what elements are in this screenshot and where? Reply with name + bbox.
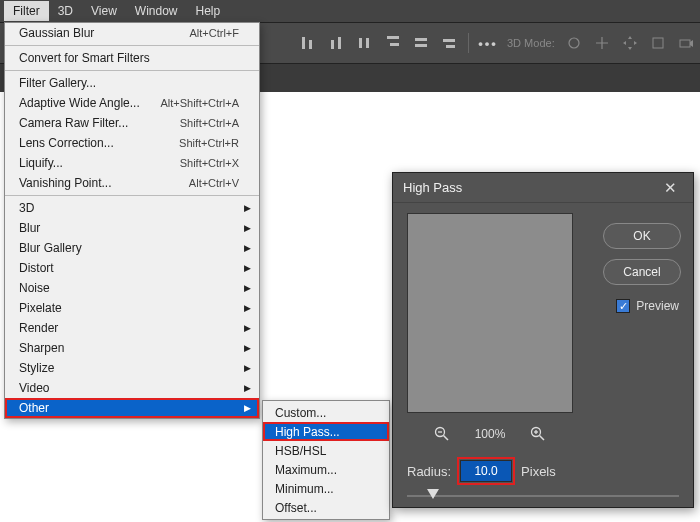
menu-item-stylize[interactable]: Stylize▶	[5, 358, 259, 378]
align-icon-3[interactable]	[356, 34, 374, 52]
menu-item-gaussian-blur[interactable]: Gaussian Blur Alt+Ctrl+F	[5, 23, 259, 43]
radius-slider[interactable]	[407, 489, 679, 503]
menu-item-blur[interactable]: Blur▶	[5, 218, 259, 238]
svg-rect-10	[443, 39, 455, 42]
svg-line-17	[443, 436, 448, 441]
svg-point-12	[569, 38, 579, 48]
svg-rect-9	[415, 44, 427, 47]
svg-rect-6	[387, 36, 399, 39]
radius-input[interactable]	[460, 460, 512, 482]
submenu-item-custom[interactable]: Custom...	[263, 403, 389, 422]
submenu-item-high-pass[interactable]: High Pass...	[263, 422, 389, 441]
move-icon[interactable]	[621, 34, 639, 52]
svg-rect-2	[331, 40, 334, 49]
menu-item-filter-gallery[interactable]: Filter Gallery...	[5, 73, 259, 93]
menu-item-render[interactable]: Render▶	[5, 318, 259, 338]
chevron-right-icon: ▶	[244, 303, 251, 313]
svg-rect-14	[680, 40, 690, 47]
svg-rect-1	[309, 40, 312, 49]
chevron-right-icon: ▶	[244, 403, 251, 413]
submenu-item-minimum[interactable]: Minimum...	[263, 479, 389, 498]
dialog-title: High Pass	[403, 180, 657, 195]
chevron-right-icon: ▶	[244, 363, 251, 373]
menu-3d[interactable]: 3D	[49, 1, 82, 21]
chevron-right-icon: ▶	[244, 223, 251, 233]
menu-item-blur-gallery[interactable]: Blur Gallery▶	[5, 238, 259, 258]
preview-checkbox[interactable]: ✓	[616, 299, 630, 313]
align-icon-5[interactable]	[412, 34, 430, 52]
svg-rect-0	[302, 37, 305, 49]
chevron-right-icon: ▶	[244, 343, 251, 353]
menu-filter[interactable]: Filter	[4, 1, 49, 21]
high-pass-dialog: High Pass ✕ OK Cancel ✓ Preview 100% Rad…	[392, 172, 694, 508]
submenu-item-hsb-hsl[interactable]: HSB/HSL	[263, 441, 389, 460]
camera-icon[interactable]	[677, 34, 695, 52]
submenu-item-offset[interactable]: Offset...	[263, 498, 389, 517]
chevron-right-icon: ▶	[244, 383, 251, 393]
orbit-icon[interactable]	[565, 34, 583, 52]
menu-item-vanishing-point[interactable]: Vanishing Point...Alt+Ctrl+V	[5, 173, 259, 193]
menu-item-liquify[interactable]: Liquify...Shift+Ctrl+X	[5, 153, 259, 173]
menu-item-adaptive-wide-angle[interactable]: Adaptive Wide Angle...Alt+Shift+Ctrl+A	[5, 93, 259, 113]
svg-rect-13	[653, 38, 663, 48]
menu-item-camera-raw[interactable]: Camera Raw Filter...Shift+Ctrl+A	[5, 113, 259, 133]
preview-area[interactable]	[407, 213, 573, 413]
svg-rect-7	[390, 43, 399, 46]
scale-icon[interactable]	[649, 34, 667, 52]
cancel-button[interactable]: Cancel	[603, 259, 681, 285]
chevron-right-icon: ▶	[244, 243, 251, 253]
svg-rect-11	[446, 45, 455, 48]
chevron-right-icon: ▶	[244, 283, 251, 293]
dialog-titlebar[interactable]: High Pass ✕	[393, 173, 693, 203]
svg-rect-5	[366, 38, 369, 48]
zoom-level: 100%	[475, 427, 506, 441]
zoom-out-icon[interactable]	[433, 425, 451, 443]
other-submenu: Custom... High Pass... HSB/HSL Maximum..…	[262, 400, 390, 520]
slider-thumb-icon[interactable]	[427, 489, 439, 499]
ok-button[interactable]: OK	[603, 223, 681, 249]
menu-item-other[interactable]: Other▶	[5, 398, 259, 418]
align-icon-4[interactable]	[384, 34, 402, 52]
menubar: Filter 3D View Window Help	[0, 0, 700, 22]
more-icon[interactable]: •••	[479, 34, 497, 52]
chevron-right-icon: ▶	[244, 323, 251, 333]
pan-icon[interactable]	[593, 34, 611, 52]
menu-item-3d[interactable]: 3D▶	[5, 198, 259, 218]
filter-menu-dropdown: Gaussian Blur Alt+Ctrl+F Convert for Sma…	[4, 22, 260, 419]
svg-rect-3	[338, 37, 341, 49]
mode-label: 3D Mode:	[507, 37, 555, 49]
preview-label: Preview	[636, 299, 679, 313]
menu-view[interactable]: View	[82, 1, 126, 21]
align-icon-6[interactable]	[440, 34, 458, 52]
menu-item-convert-smart[interactable]: Convert for Smart Filters	[5, 48, 259, 68]
menu-item-sharpen[interactable]: Sharpen▶	[5, 338, 259, 358]
close-icon[interactable]: ✕	[657, 175, 683, 201]
zoom-in-icon[interactable]	[529, 425, 547, 443]
submenu-item-maximum[interactable]: Maximum...	[263, 460, 389, 479]
menu-help[interactable]: Help	[187, 1, 230, 21]
menu-item-video[interactable]: Video▶	[5, 378, 259, 398]
menu-item-pixelate[interactable]: Pixelate▶	[5, 298, 259, 318]
radius-label: Radius:	[407, 464, 451, 479]
svg-rect-4	[359, 38, 362, 48]
menu-window[interactable]: Window	[126, 1, 187, 21]
menu-item-lens-correction[interactable]: Lens Correction...Shift+Ctrl+R	[5, 133, 259, 153]
align-icon-2[interactable]	[328, 34, 346, 52]
menu-item-distort[interactable]: Distort▶	[5, 258, 259, 278]
svg-line-21	[540, 436, 545, 441]
radius-unit: Pixels	[521, 464, 556, 479]
chevron-right-icon: ▶	[244, 203, 251, 213]
chevron-right-icon: ▶	[244, 263, 251, 273]
menu-item-noise[interactable]: Noise▶	[5, 278, 259, 298]
svg-rect-8	[415, 38, 427, 41]
align-icon-1[interactable]	[300, 34, 318, 52]
